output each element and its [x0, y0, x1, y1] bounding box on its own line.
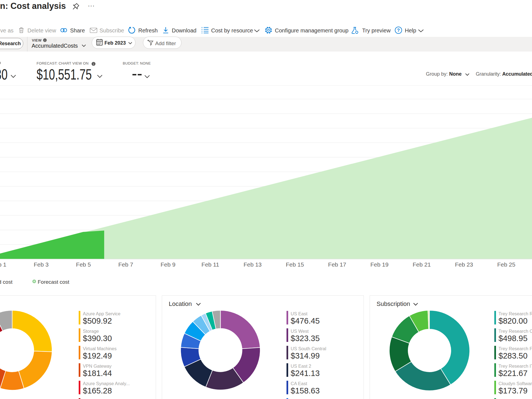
svg-text:Feb 11: Feb 11 — [201, 261, 219, 268]
svg-text:Feb 3: Feb 3 — [34, 261, 49, 268]
svg-text:Feb 1: Feb 1 — [0, 261, 6, 268]
svg-text:Feb 13: Feb 13 — [244, 261, 262, 268]
svg-text:Feb 7: Feb 7 — [118, 261, 133, 268]
svg-text:Feb 21: Feb 21 — [413, 261, 431, 268]
svg-text:?: ? — [397, 28, 400, 33]
svg-text:i: i — [45, 39, 45, 42]
svg-text:i: i — [93, 63, 94, 66]
svg-text:Feb 15: Feb 15 — [286, 261, 304, 268]
svg-text:Feb 5: Feb 5 — [76, 261, 91, 268]
svg-text:Feb 17: Feb 17 — [328, 261, 346, 268]
svg-text:Feb 9: Feb 9 — [161, 261, 176, 268]
svg-text:Feb 19: Feb 19 — [370, 261, 388, 268]
svg-text:Feb 23: Feb 23 — [455, 261, 473, 268]
svg-text:Feb 25: Feb 25 — [497, 261, 515, 268]
